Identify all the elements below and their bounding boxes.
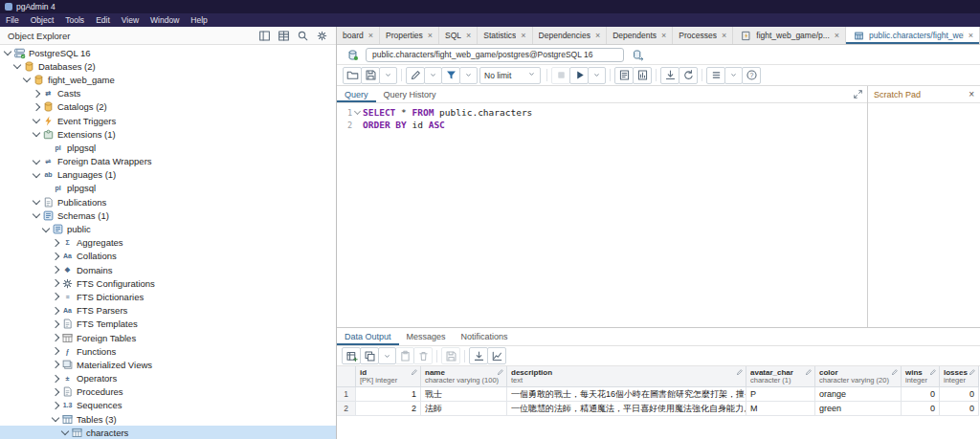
tree-node-expand-arrow[interactable] xyxy=(51,399,60,412)
edit-column-icon[interactable] xyxy=(969,368,976,378)
tree-node-expand-arrow[interactable] xyxy=(51,344,60,358)
tree-node-expand-arrow[interactable] xyxy=(32,100,41,114)
column-header-avatar-char[interactable]: avatar_charcharacter (1) xyxy=(746,366,815,387)
tree-node-plpgsql[interactable]: plplpgsql xyxy=(0,182,336,195)
tree-node-databases-2[interactable]: Databases (2) xyxy=(0,59,336,73)
tree-node-foreign-tables[interactable]: Foreign Tables xyxy=(0,331,336,344)
tree-node-functions[interactable]: ƒFunctions xyxy=(0,344,336,358)
cell-color[interactable]: orange xyxy=(815,387,902,402)
column-header-wins[interactable]: winsinteger xyxy=(902,366,940,387)
tab-query-history[interactable]: Query History xyxy=(376,86,444,102)
close-tab-icon[interactable]: × xyxy=(521,31,525,40)
cell-color[interactable]: green xyxy=(815,402,902,416)
menu-edit[interactable]: Edit xyxy=(90,15,116,25)
code-fold-arrow[interactable] xyxy=(352,107,363,118)
close-tab-icon[interactable]: × xyxy=(722,31,726,40)
cell-description[interactable]: 一位聰慧的法師，精通魔法，平日喜好使用魔法強化自身能力。 xyxy=(507,402,746,416)
close-tab-icon[interactable]: × xyxy=(969,31,973,40)
tree-node-collapse-arrow[interactable] xyxy=(32,127,41,141)
filter-options-dropdown[interactable] xyxy=(459,67,478,84)
tree-node-collapse-arrow[interactable] xyxy=(60,426,70,439)
new-connection-button[interactable] xyxy=(628,47,647,62)
copy-options-dropdown[interactable] xyxy=(378,347,396,364)
edit-menu-dropdown[interactable] xyxy=(424,67,442,84)
tab-board[interactable]: board× xyxy=(337,27,380,44)
tree-node-expand-arrow[interactable] xyxy=(32,87,41,100)
tree-node-expand-arrow[interactable] xyxy=(51,372,60,385)
tree-node-casts[interactable]: ⇄Casts xyxy=(0,87,336,100)
close-tab-icon[interactable]: × xyxy=(595,31,600,40)
macros-button[interactable] xyxy=(706,67,725,84)
tab-notifications[interactable]: Notifications xyxy=(454,328,516,345)
close-tab-icon[interactable]: × xyxy=(835,31,839,40)
tree-node-event-triggers[interactable]: Event Triggers xyxy=(0,114,336,127)
cell-wins[interactable]: 0 xyxy=(902,387,940,402)
row-number-cell[interactable]: 2 xyxy=(337,402,356,416)
close-tab-icon[interactable]: × xyxy=(661,31,666,40)
column-header-id[interactable]: id[PK] integer xyxy=(356,366,421,387)
menu-file[interactable]: File xyxy=(0,15,25,25)
tab-processes[interactable]: Processes× xyxy=(673,27,733,44)
layout-panels-button[interactable] xyxy=(256,29,273,43)
tree-node-collapse-arrow[interactable] xyxy=(32,195,41,209)
tree-node-expand-arrow[interactable] xyxy=(51,263,60,276)
search-objects-button[interactable] xyxy=(294,29,311,43)
tree-node-collapse-arrow[interactable] xyxy=(32,209,41,222)
cell-name[interactable]: 法師 xyxy=(421,402,507,416)
tree-node-expand-arrow[interactable] xyxy=(51,358,60,371)
tree-node-public[interactable]: public xyxy=(0,222,336,235)
delete-rows-button[interactable] xyxy=(413,347,433,364)
tree-node-languages-1[interactable]: abLanguages (1) xyxy=(0,168,336,182)
tab-sql[interactable]: SQL× xyxy=(439,27,478,44)
tree-node-foreign-data-wrappers[interactable]: ⇌Foreign Data Wrappers xyxy=(0,155,336,168)
tree-node-plpgsql[interactable]: plplpgsql xyxy=(0,141,336,154)
tree-node-expand-arrow[interactable] xyxy=(51,304,60,318)
connection-selector[interactable]: public.characters/fight_web_game/postgre… xyxy=(366,48,624,62)
tree-node-domains[interactable]: ◆Domains xyxy=(0,263,336,276)
column-header-description[interactable]: descriptiontext xyxy=(507,366,746,387)
tab-properties[interactable]: Properties× xyxy=(380,27,439,44)
tree-node-fts-dictionaries[interactable]: ≡FTS Dictionaries xyxy=(0,290,336,303)
tree-node-postgresql-16[interactable]: PostgreSQL 16 xyxy=(0,46,336,59)
save-results-to-file-button[interactable] xyxy=(469,347,488,364)
menu-help[interactable]: Help xyxy=(185,15,212,25)
close-tab-icon[interactable]: × xyxy=(368,31,373,40)
tab-statistics[interactable]: Statistics× xyxy=(478,27,532,44)
commit-button[interactable] xyxy=(660,67,679,84)
cell-losses[interactable]: 0 xyxy=(940,387,979,402)
tree-node-procedures[interactable]: Procedures xyxy=(0,385,336,399)
save-options-dropdown[interactable] xyxy=(379,67,397,84)
explain-analyze-button[interactable] xyxy=(633,67,652,84)
edit-column-icon[interactable] xyxy=(411,368,418,378)
save-file-button[interactable] xyxy=(361,67,380,84)
edit-column-icon[interactable] xyxy=(736,368,744,378)
help-button[interactable]: ? xyxy=(742,67,761,84)
tree-node-characters[interactable]: characters xyxy=(0,426,336,439)
tree-node-collations[interactable]: AaCollations xyxy=(0,250,336,263)
edit-menu-button[interactable] xyxy=(406,67,425,84)
tree-node-expand-arrow[interactable] xyxy=(51,290,60,303)
cell-avatar-char[interactable]: M xyxy=(746,402,815,416)
tab-public-characters-fight-web-game-postgres-postgresql-16[interactable]: public.characters/fight_web_game/postgre… xyxy=(846,27,980,44)
tree-node-collapse-arrow[interactable] xyxy=(32,168,41,182)
tree-node-collapse-arrow[interactable] xyxy=(12,59,22,73)
tab-messages[interactable]: Messages xyxy=(399,328,454,345)
close-tab-icon[interactable]: × xyxy=(428,31,433,40)
tree-node-publications[interactable]: Publications xyxy=(0,195,336,209)
tree-node-collapse-arrow[interactable] xyxy=(32,114,41,127)
cancel-query-button[interactable] xyxy=(551,67,570,84)
tree-node-fight-web-game[interactable]: fight_web_game xyxy=(0,73,336,86)
tree-node-fts-templates[interactable]: FTS Templates xyxy=(0,318,336,331)
tree-node-sequences[interactable]: 1.3Sequences xyxy=(0,399,336,412)
cell-wins[interactable]: 0 xyxy=(902,402,940,416)
tree-node-extensions-1[interactable]: Extensions (1) xyxy=(0,127,336,141)
tab-dependencies[interactable]: Dependencies× xyxy=(533,27,608,44)
tree-node-expand-arrow[interactable] xyxy=(51,250,60,263)
edit-column-icon[interactable] xyxy=(891,368,899,378)
column-header-color[interactable]: colorcharacter varying (20) xyxy=(815,366,902,387)
tree-node-collapse-arrow[interactable] xyxy=(3,46,12,59)
tree-node-operators[interactable]: ±Operators xyxy=(0,372,336,385)
tree-node-materialized-views[interactable]: Materialized Views xyxy=(0,358,336,371)
sql-editor[interactable]: 1SELECT * FROM public.characters2ORDER B… xyxy=(337,103,867,327)
tab-query[interactable]: Query xyxy=(337,86,376,102)
